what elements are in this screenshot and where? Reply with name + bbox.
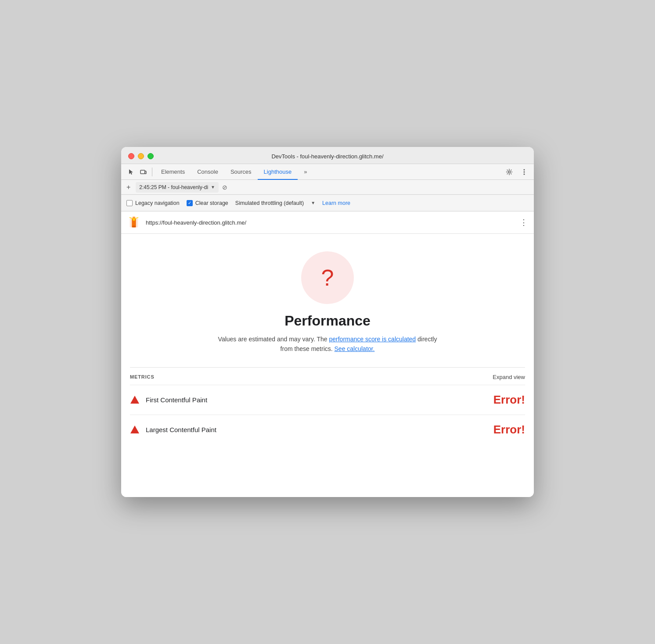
tab-sources[interactable]: Sources xyxy=(224,164,258,180)
lcp-label: Largest Contentful Paint xyxy=(146,426,493,433)
traffic-lights xyxy=(128,153,154,159)
clear-storage-checkbox-box[interactable]: ✓ xyxy=(187,200,193,206)
performance-title: Performance xyxy=(284,313,371,329)
lcp-warning-icon xyxy=(130,425,140,434)
metrics-label: METRICS xyxy=(130,374,155,379)
responsive-icon-btn[interactable] xyxy=(137,166,149,178)
svg-point-4 xyxy=(524,171,525,172)
legacy-nav-checkbox-box[interactable] xyxy=(126,200,133,206)
window-title: DevTools - foul-heavenly-direction.glitc… xyxy=(271,153,383,160)
score-circle: ? xyxy=(301,251,354,304)
cursor-icon xyxy=(127,168,134,175)
svg-point-2 xyxy=(508,171,511,173)
fcp-label: First Contentful Paint xyxy=(146,396,493,404)
svg-point-12 xyxy=(133,218,135,221)
metrics-section: METRICS Expand view First Contentful Pai… xyxy=(130,367,525,444)
throttling-arrow-icon: ▼ xyxy=(311,200,315,205)
url-pill[interactable]: 2:45:25 PM - foul-heavenly-di ▼ xyxy=(136,182,219,193)
settings-icon-btn[interactable] xyxy=(503,166,515,178)
devtools-nav: Elements Console Sources Lighthouse » xyxy=(121,164,534,180)
devtools-window: DevTools - foul-heavenly-direction.glitc… xyxy=(121,147,534,497)
clear-storage-checkbox[interactable]: ✓ Clear storage xyxy=(187,200,228,206)
tab-lighthouse[interactable]: Lighthouse xyxy=(258,164,298,180)
triangle-icon xyxy=(130,426,139,433)
url-row: https://foul-heavenly-direction.glitch.m… xyxy=(121,211,534,234)
metric-row-fcp: First Contentful Paint Error! xyxy=(130,385,525,415)
url-dropdown-arrow[interactable]: ▼ xyxy=(211,185,215,190)
close-button[interactable] xyxy=(128,153,134,159)
responsive-icon xyxy=(140,168,147,175)
learn-more-link[interactable]: Learn more xyxy=(322,200,350,206)
url-row-more-icon[interactable]: ⋮ xyxy=(520,218,528,227)
minimize-button[interactable] xyxy=(138,153,144,159)
calculator-link[interactable]: See calculator. xyxy=(335,345,375,352)
svg-point-5 xyxy=(524,173,525,175)
vertical-dots-icon xyxy=(523,168,525,175)
triangle-icon xyxy=(130,396,139,404)
metrics-header: METRICS Expand view xyxy=(130,368,525,385)
add-tab-button[interactable]: + xyxy=(125,182,132,192)
tab-console[interactable]: Console xyxy=(191,164,224,180)
expand-view-button[interactable]: Expand view xyxy=(493,374,525,380)
legacy-nav-checkbox[interactable]: Legacy navigation xyxy=(126,200,180,206)
throttling-label: Simulated throttling (default) xyxy=(235,200,304,206)
lighthouse-url: https://foul-heavenly-direction.glitch.m… xyxy=(146,219,515,226)
fcp-warning-icon xyxy=(130,395,140,404)
score-question-mark: ? xyxy=(321,265,334,291)
fcp-value: Error! xyxy=(493,393,525,407)
performance-description: Values are estimated and may vary. The p… xyxy=(218,334,437,354)
throttling-dropdown[interactable]: ▼ xyxy=(311,200,315,205)
tab-more[interactable]: » xyxy=(298,164,313,180)
nav-divider xyxy=(152,168,152,176)
maximize-button[interactable] xyxy=(148,153,154,159)
nav-right-icons xyxy=(503,166,530,178)
title-bar: DevTools - foul-heavenly-direction.glitc… xyxy=(121,147,534,164)
kebab-icon-btn[interactable] xyxy=(518,166,530,178)
metric-row-lcp: Largest Contentful Paint Error! xyxy=(130,415,525,444)
cursor-icon-btn[interactable] xyxy=(125,166,137,178)
perf-score-link[interactable]: performance score is calculated xyxy=(329,336,416,343)
svg-rect-1 xyxy=(145,171,146,174)
tab-elements[interactable]: Elements xyxy=(155,164,191,180)
devtools-options: Legacy navigation ✓ Clear storage Simula… xyxy=(121,195,534,211)
url-time-text: 2:45:25 PM - foul-heavenly-di xyxy=(139,184,208,190)
lighthouse-logo-icon xyxy=(127,216,140,229)
svg-rect-0 xyxy=(140,170,145,174)
gear-icon xyxy=(506,168,513,175)
svg-rect-8 xyxy=(133,217,135,218)
devtools-main: ? Performance Values are estimated and m… xyxy=(121,234,534,497)
devtools-toolbar: + 2:45:25 PM - foul-heavenly-di ▼ ⊘ xyxy=(121,180,534,195)
svg-rect-9 xyxy=(132,226,136,228)
lcp-value: Error! xyxy=(493,423,525,436)
svg-point-3 xyxy=(524,169,525,170)
score-area: ? Performance Values are estimated and m… xyxy=(130,251,525,354)
no-entry-icon: ⊘ xyxy=(222,184,227,191)
